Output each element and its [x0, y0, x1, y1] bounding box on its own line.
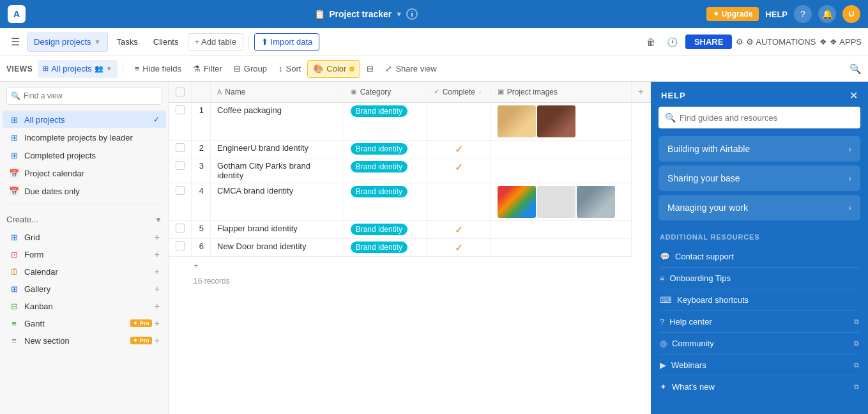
hamburger-menu[interactable]: ☰ — [6, 33, 24, 51]
cell-category[interactable]: Brand identity — [344, 220, 427, 238]
cell-name[interactable]: Coffee packaging — [211, 102, 344, 140]
checkbox[interactable] — [176, 161, 185, 170]
cell-name[interactable]: Flapper brand identity — [211, 220, 344, 238]
image-thumb-2[interactable] — [537, 105, 575, 137]
sidebar-item-completed[interactable]: ⊞ Completed projects — [3, 147, 166, 164]
cell-category[interactable]: Brand identity — [344, 102, 427, 140]
col-header-name[interactable]: A Name — [211, 82, 344, 102]
color-button[interactable]: 🎨 Color — [307, 60, 360, 78]
row-checkbox[interactable] — [169, 183, 192, 220]
group-button[interactable]: ⊟ Group — [229, 60, 272, 78]
cell-complete[interactable]: ✓ — [427, 140, 491, 158]
hide-fields-button[interactable]: ≡ Hide fields — [130, 60, 187, 78]
plus-icon[interactable]: + — [155, 284, 160, 294]
col-header-images[interactable]: ▣ Project images — [491, 82, 631, 102]
checkbox[interactable] — [176, 241, 185, 250]
help-link-managing[interactable]: Managing your work › — [659, 195, 860, 220]
help-resource-community[interactable]: ◎ Community ⧉ — [660, 333, 859, 355]
trash-icon[interactable]: 🗑 — [642, 33, 660, 51]
help-link-building[interactable]: Building with Airtable › — [659, 136, 860, 162]
checkbox-header[interactable] — [169, 82, 192, 102]
checkbox[interactable] — [176, 143, 185, 152]
apps-button[interactable]: ❖ ❖ APPS — [819, 37, 862, 47]
cell-images[interactable] — [491, 220, 631, 238]
plus-icon[interactable]: + — [155, 335, 160, 346]
history-icon[interactable]: 🕐 — [664, 33, 681, 51]
create-grid[interactable]: ⊞ Grid + — [6, 229, 162, 245]
cell-images[interactable] — [491, 158, 631, 183]
row-checkbox[interactable] — [169, 238, 192, 256]
cell-category[interactable]: Brand identity — [344, 140, 427, 158]
help-resource-shortcuts[interactable]: ⌨ Keyboard shortcuts — [660, 289, 859, 311]
plus-icon[interactable]: + — [155, 318, 160, 328]
help-icon[interactable]: ? — [794, 5, 812, 23]
plus-icon[interactable]: + — [155, 266, 160, 277]
image-thumb-1[interactable] — [498, 186, 536, 218]
help-resource-contact[interactable]: 💬 Contact support — [660, 246, 859, 268]
help-resource-whatsnew[interactable]: ✦ What's new ⧉ — [660, 376, 859, 397]
create-kanban[interactable]: ⊟ Kanban + — [6, 298, 162, 314]
grid-search-icon[interactable]: 🔍 — [849, 63, 862, 75]
help-resource-onboarding[interactable]: ≡ Onboarding Tips — [660, 268, 859, 289]
upgrade-button[interactable]: ✦ Upgrade — [706, 7, 759, 21]
col-add[interactable]: + — [631, 82, 650, 102]
image-thumb-1[interactable] — [498, 105, 536, 137]
help-resource-webinars[interactable]: ▶ Webinars ⧉ — [660, 355, 859, 376]
image-thumb-2[interactable] — [537, 186, 575, 218]
help-resource-helpcenter[interactable]: ? Help center ⧉ — [660, 311, 859, 333]
cell-category[interactable]: Brand identity — [344, 238, 427, 256]
automations-button[interactable]: ⚙ ⚙ AUTOMATIONS — [736, 37, 816, 47]
row-checkbox[interactable] — [169, 140, 192, 158]
sidebar-item-all-projects[interactable]: ⊞ All projects ✓ — [3, 111, 166, 128]
help-search-input[interactable] — [680, 107, 854, 128]
cell-complete[interactable]: ✓ — [427, 158, 491, 183]
user-avatar[interactable]: U — [842, 5, 860, 23]
sort-button[interactable]: ↕ Sort — [273, 60, 306, 78]
checkbox[interactable] — [176, 186, 185, 195]
cell-category[interactable]: Brand identity — [344, 183, 427, 220]
cell-complete[interactable] — [427, 183, 491, 220]
import-data-button[interactable]: ⬆ Import data — [254, 33, 319, 51]
tab-tasks[interactable]: Tasks — [110, 33, 144, 52]
create-new-section[interactable]: ≡ New section ✦ Pro + — [6, 332, 162, 349]
share-button[interactable]: SHARE — [685, 34, 733, 49]
all-projects-tab[interactable]: ⊞ All projects 👥 ▼ — [38, 60, 117, 78]
row-checkbox[interactable] — [169, 158, 192, 183]
cell-name[interactable]: Gotham City Parks brand identity — [211, 158, 344, 183]
col-header-category[interactable]: ◉ Category — [344, 82, 427, 102]
plus-icon[interactable]: + — [155, 232, 160, 242]
cell-name[interactable]: New Door brand identity — [211, 238, 344, 256]
share-view-button[interactable]: ⤢ Share view — [380, 60, 441, 78]
tab-design-projects[interactable]: Design projects ▼ — [27, 33, 108, 52]
add-table-button[interactable]: + Add table — [188, 33, 243, 51]
checkbox[interactable] — [176, 105, 185, 114]
help-link-sharing[interactable]: Sharing your base › — [659, 165, 860, 191]
app-logo[interactable]: A — [8, 5, 26, 23]
cell-complete[interactable]: ✓ — [427, 238, 491, 256]
cell-complete[interactable] — [427, 102, 491, 140]
create-header[interactable]: Create... ▼ — [6, 211, 162, 228]
sidebar-item-calendar[interactable]: 📅 Project calendar — [3, 165, 166, 181]
project-info-icon[interactable]: i — [406, 8, 418, 20]
cell-complete[interactable]: ✓ — [427, 220, 491, 238]
cell-name[interactable]: EngineerU brand identity — [211, 140, 344, 158]
filter-button[interactable]: ⚗ Filter — [188, 60, 227, 78]
sidebar-item-due-dates[interactable]: 📅 Due dates only — [3, 183, 166, 199]
cell-images[interactable] — [491, 183, 631, 220]
plus-icon[interactable]: + — [155, 301, 160, 311]
create-gantt[interactable]: ≡ Gantt ✦ Pro + — [6, 315, 162, 332]
plus-icon[interactable]: + — [155, 249, 160, 259]
cell-images[interactable] — [491, 140, 631, 158]
sidebar-search-input[interactable] — [6, 87, 162, 105]
dropdown-arrow[interactable]: ▼ — [106, 65, 112, 72]
cell-images[interactable] — [491, 238, 631, 256]
sidebar-item-incomplete[interactable]: ⊞ Incomplete projects by leader — [3, 129, 166, 146]
add-row-button[interactable]: + — [169, 257, 651, 274]
notifications-icon[interactable]: 🔔 — [818, 5, 836, 23]
cell-category[interactable]: Brand identity — [344, 158, 427, 183]
select-all-checkbox[interactable] — [176, 88, 185, 96]
row-checkbox[interactable] — [169, 102, 192, 140]
tab-clients[interactable]: Clients — [147, 33, 185, 52]
row-height-button[interactable]: ⊟ — [362, 60, 379, 78]
cell-images[interactable] — [491, 102, 631, 140]
